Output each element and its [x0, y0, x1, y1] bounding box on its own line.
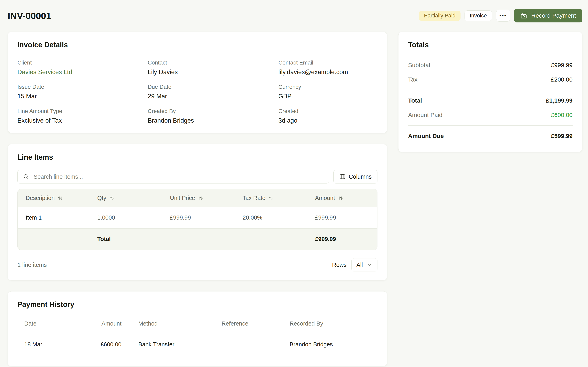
sort-qty-header[interactable]: Qty — [89, 189, 162, 207]
payment-recorded-by: Brandon Bridges — [290, 332, 378, 348]
line-items-count: 1 line items — [17, 262, 47, 268]
record-payment-button[interactable]: Record Payment — [514, 9, 582, 22]
column-header-label: Tax Rate — [242, 195, 265, 201]
payment-reference — [222, 332, 290, 348]
sort-tax-rate-header[interactable]: Tax Rate — [234, 189, 307, 207]
field-label: Contact — [148, 59, 278, 66]
line-item-qty: 1.0000 — [89, 207, 162, 228]
field-value: GBP — [278, 93, 378, 100]
field-label: Created By — [148, 108, 278, 114]
sort-description-header[interactable]: Description — [18, 189, 89, 207]
amount-paid-value: £600.00 — [551, 112, 572, 118]
line-items-card: Line Items — [8, 144, 387, 280]
field-issue-date: Issue Date 15 Mar — [17, 84, 148, 100]
field-value: Lily Davies — [148, 68, 278, 76]
search-input[interactable] — [33, 173, 324, 180]
subtotal-row: Subtotal £999.99 — [408, 58, 572, 72]
field-line-amount-type: Line Amount Type Exclusive of Tax — [17, 108, 148, 124]
empty-cell — [162, 229, 234, 250]
ph-date-header: Date — [24, 320, 99, 332]
sort-icon — [198, 195, 203, 201]
invoice-type-badge: Invoice — [465, 10, 492, 21]
field-contact: Contact Lily Davies — [148, 59, 278, 76]
empty-cell — [18, 229, 89, 250]
field-client: Client Davies Services Ltd — [17, 59, 148, 76]
payment-date: 18 Mar — [24, 332, 99, 348]
client-link[interactable]: Davies Services Ltd — [17, 68, 148, 76]
page-header: INV-00001 Partially Paid Invoice ••• Rec… — [8, 8, 582, 23]
total-value: £1,199.99 — [546, 97, 572, 104]
tax-value: £200.00 — [551, 76, 572, 83]
invoice-details-grid: Client Davies Services Ltd Contact Lily … — [17, 59, 378, 124]
column-header-label: Description — [26, 195, 55, 201]
line-item-unit-price: £999.99 — [162, 207, 234, 228]
total-label: Total — [408, 97, 422, 104]
more-actions-button[interactable]: ••• — [496, 10, 510, 22]
chevron-down-icon — [367, 262, 372, 268]
ph-reference-header: Reference — [222, 320, 290, 332]
columns-button[interactable]: Columns — [333, 170, 378, 184]
field-label: Due Date — [148, 84, 278, 90]
field-label: Line Amount Type — [17, 108, 148, 114]
field-label: Currency — [278, 84, 378, 90]
field-value: 3d ago — [278, 117, 378, 124]
line-items-table-header: Description Qty Unit Price — [18, 189, 377, 207]
field-due-date: Due Date 29 Mar — [148, 84, 278, 100]
line-item-description: Item 1 — [18, 207, 89, 228]
line-items-total-amount: £999.99 — [307, 229, 377, 250]
field-created-by: Created By Brandon Bridges — [148, 108, 278, 124]
payment-history-title: Payment History — [17, 300, 378, 309]
line-items-search[interactable] — [17, 170, 329, 184]
invoice-details-card: Invoice Details Client Davies Services L… — [8, 32, 387, 133]
field-label: Issue Date — [17, 84, 148, 90]
line-items-total-label: Total — [89, 229, 162, 250]
payment-method: Bank Transfer — [121, 332, 222, 348]
sort-icon — [338, 195, 343, 201]
line-items-toolbar: Columns — [17, 170, 378, 184]
rows-select-value: All — [356, 262, 363, 268]
ph-method-header: Method — [121, 320, 222, 332]
amount-due-label: Amount Due — [408, 133, 444, 139]
main-content: Invoice Details Client Davies Services L… — [8, 32, 582, 367]
amount-due-row: Amount Due £599.99 — [408, 129, 572, 143]
column-header-label: Qty — [97, 195, 106, 201]
sort-unit-price-header[interactable]: Unit Price — [162, 189, 234, 207]
sort-icon — [57, 195, 63, 201]
line-item-amount: £999.99 — [307, 207, 377, 228]
line-items-total-row: Total £999.99 — [18, 228, 377, 250]
field-created: Created 3d ago — [278, 108, 378, 124]
tax-row: Tax £200.00 — [408, 72, 572, 87]
line-item-row: Item 1 1.0000 £999.99 20.00% £999.99 — [18, 207, 377, 228]
invoice-detail-page: INV-00001 Partially Paid Invoice ••• Rec… — [0, 0, 588, 367]
amount-due-value: £599.99 — [551, 133, 572, 139]
sort-icon — [268, 195, 274, 201]
empty-cell — [234, 229, 307, 250]
amount-paid-label: Amount Paid — [408, 112, 443, 118]
totals-title: Totals — [408, 41, 572, 49]
payment-history-header: Date Amount Method Reference Recorded By — [17, 320, 378, 332]
sort-amount-header[interactable]: Amount — [307, 189, 377, 207]
payment-amount: £600.00 — [99, 332, 121, 348]
field-value: 29 Mar — [148, 93, 278, 100]
columns-button-label: Columns — [349, 174, 372, 180]
rows-picker: Rows All — [332, 258, 378, 271]
ph-amount-header: Amount — [99, 320, 121, 332]
field-value: 15 Mar — [17, 93, 148, 100]
rows-per-page-select[interactable]: All — [351, 258, 378, 271]
payment-history-card: Payment History Date Amount Method Refer… — [8, 291, 387, 367]
tax-label: Tax — [408, 76, 418, 83]
column-header-label: Unit Price — [170, 195, 195, 201]
payment-row: 18 Mar £600.00 Bank Transfer Brandon Bri… — [17, 332, 378, 348]
line-item-tax-rate: 20.00% — [234, 207, 307, 228]
totals-rows: Subtotal £999.99 Tax £200.00 Total £1,19… — [408, 58, 572, 143]
rows-label: Rows — [332, 262, 347, 268]
field-label: Client — [17, 59, 148, 66]
search-icon — [23, 174, 29, 180]
total-row: Total £1,199.99 — [408, 93, 572, 108]
sort-icon — [109, 195, 115, 201]
invoice-details-title: Invoice Details — [17, 41, 378, 49]
field-value: Exclusive of Tax — [17, 117, 148, 124]
ph-recorded-by-header: Recorded By — [290, 320, 378, 332]
banknote-icon — [521, 12, 528, 19]
line-items-table: Description Qty Unit Price — [17, 189, 378, 250]
